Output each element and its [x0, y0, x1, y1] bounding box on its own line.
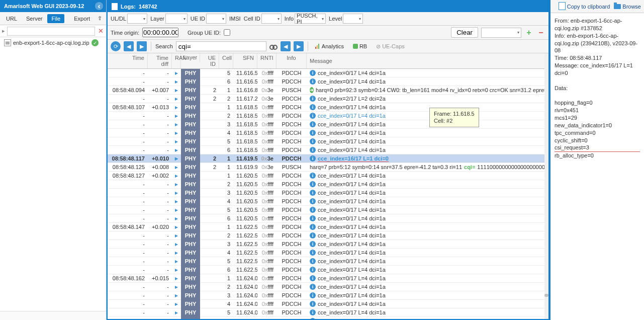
table-row[interactable]: --▸PHY411.618.50xffffPDCCHicce_index=0/1…	[108, 129, 548, 137]
col-info[interactable]: Info	[277, 53, 307, 68]
table-row[interactable]: --▸PHY211.620.50xffffPDCCHicce_index=0/1…	[108, 180, 548, 189]
info-icon: i	[310, 78, 316, 85]
search-toolbar: ⟳ ◀ ▶ Search ◀ ▶ Analytics RB ⊘UE-Caps	[108, 40, 548, 53]
col-cell[interactable]: Cell	[219, 53, 233, 68]
clear-button[interactable]: Clear	[451, 27, 478, 38]
filter-uldl-dd[interactable]	[127, 14, 147, 24]
binoculars-icon[interactable]	[269, 43, 278, 50]
info-icon: i	[310, 130, 316, 136]
col-diff[interactable]: Time diff	[148, 53, 172, 68]
table-row[interactable]: --▸PHY311.622.50xffffPDCCHicce_index=0/1…	[108, 240, 548, 249]
tab-url[interactable]: URL	[2, 14, 21, 23]
left-panel: Amarisoft Web GUI 2023-09-12 URL Server …	[0, 0, 107, 320]
dir-arrow-icon: ▸	[175, 129, 178, 136]
col-time[interactable]: Time	[108, 53, 148, 68]
table-row[interactable]: --▸PHY211.624.00xffffPDCCHicce_index=0/1…	[108, 283, 548, 291]
refresh-icon[interactable]: ⟳	[111, 41, 121, 51]
table-row[interactable]: 08:58:48.147+0.020▸PHY111.622.50xffffPDC…	[108, 223, 548, 231]
analytics-button[interactable]: Analytics	[312, 42, 347, 50]
table-row[interactable]: 08:58:48.127+0.002▸PHY111.620.50xffffPDC…	[108, 172, 548, 180]
col-rnti[interactable]: RNTI	[257, 53, 277, 68]
right-toolbar: Copy to clipboard Browse	[550, 0, 644, 13]
success-icon: ➜	[310, 87, 314, 93]
export-button[interactable]: Export	[70, 14, 94, 23]
filter-extra-dd[interactable]	[481, 28, 521, 38]
data-line: csi_request=3	[555, 144, 640, 152]
filter-level-dd[interactable]	[343, 14, 363, 24]
nav-next-icon[interactable]: ▶	[137, 41, 147, 51]
table-row[interactable]: 08:58:48.162+0.015▸PHY111.624.00xffffPDC…	[108, 274, 548, 283]
table-row[interactable]: --▸PHY511.618.50xffffPDCCHicce_index=0/1…	[108, 137, 548, 146]
add-filter-icon[interactable]: +	[524, 28, 533, 37]
table-row[interactable]: 08:58:48.125+0.008▸PHY2111.619.90x3ePUSC…	[108, 163, 548, 172]
info-icon: i	[310, 104, 316, 110]
file-tree-item[interactable]: enb-export-1-6cc-ap-cqi.log.zip ✓	[0, 37, 106, 48]
col-ueid[interactable]: UE ID	[200, 53, 219, 68]
search-input[interactable]	[176, 41, 266, 51]
filter-info-dd[interactable]: PUSCH, PI	[295, 14, 326, 24]
time-origin-input[interactable]	[142, 28, 178, 37]
rb-button[interactable]: RB	[350, 42, 370, 50]
vscroll-track[interactable]	[544, 53, 548, 319]
table-row[interactable]: --▸PHY411.624.00xffffPDCCHicce_index=0/1…	[108, 300, 548, 308]
logs-header: Logs: 148742	[108, 1, 548, 12]
dir-arrow-icon: ▸	[175, 146, 178, 153]
dir-arrow-icon: ▸	[175, 292, 178, 299]
search-prev-icon[interactable]: ◀	[281, 41, 291, 51]
info-icon: i	[310, 190, 316, 196]
dir-arrow-icon: ▸	[175, 138, 178, 145]
time-toolbar: Time origin: Group UE ID: Clear + −	[108, 26, 548, 40]
data-line: cyclic_shift=0	[555, 137, 640, 144]
left-toolbar: URL Server File Export ⇪	[0, 12, 106, 25]
table-row[interactable]: --▸PHY411.622.50xffffPDCCHicce_index=0/1…	[108, 249, 548, 257]
left-search-input[interactable]	[7, 27, 95, 36]
table-row[interactable]: 08:58:48.107+0.013▸PHY111.618.50xffffPDC…	[108, 103, 548, 112]
tab-server[interactable]: Server	[22, 14, 46, 23]
expand-icon[interactable]: ▸	[2, 28, 5, 34]
table-row[interactable]: 08:58:48.117+0.010▸PHY2111.619.50x3ePDCC…	[108, 154, 548, 163]
table-row[interactable]: --▸PHY611.616.50xffffPDCCHicce_index=0/1…	[108, 77, 548, 86]
vscroll-thumb[interactable]	[544, 294, 548, 297]
browse-button[interactable]: Browse	[614, 4, 641, 10]
table-row[interactable]: --▸PHY311.620.50xffffPDCCHicce_index=0/1…	[108, 189, 548, 197]
tooltip-line2: Cell: #2	[434, 117, 475, 124]
collapse-left-icon[interactable]	[95, 2, 103, 10]
table-row[interactable]: --▸PHY311.618.50xffffPDCCHicce_index=0/1…	[108, 120, 548, 129]
table-row[interactable]: --▸PHY2211.617.20x3ePDCCHicce_index=2/17…	[108, 95, 548, 103]
table-row[interactable]: --▸PHY511.624.00xffffPDCCHicce_index=0/1…	[108, 308, 548, 317]
table-row[interactable]: --▸PHY511.620.50xffffPDCCHicce_index=0/1…	[108, 206, 548, 214]
table-row[interactable]: --▸PHY211.622.50xffffPDCCHicce_index=0/1…	[108, 231, 548, 240]
col-msg[interactable]: Message	[307, 53, 548, 68]
info-icon: i	[310, 275, 316, 281]
table-row[interactable]: --▸PHY511.622.50xffffPDCCHicce_index=0/1…	[108, 257, 548, 266]
remove-filter-icon[interactable]: −	[536, 28, 545, 37]
table-row[interactable]: --▸PHY311.624.00xffffPDCCHicce_index=0/1…	[108, 291, 548, 300]
clear-search-icon[interactable]: ✕	[97, 27, 104, 35]
copy-button[interactable]: Copy to clipboard	[560, 3, 610, 10]
col-sfn[interactable]: SFN	[233, 53, 257, 68]
table-row[interactable]: --▸PHY611.618.50xffffPDCCHicce_index=0/1…	[108, 146, 548, 154]
upload-icon[interactable]: ⇪	[95, 14, 104, 23]
dir-arrow-icon: ▸	[175, 121, 178, 128]
dir-arrow-icon: ▸	[175, 69, 178, 76]
nav-prev-icon[interactable]: ◀	[124, 41, 134, 51]
info-icon: i	[310, 147, 316, 153]
dir-arrow-icon: ▸	[175, 164, 178, 171]
group-ueid-checkbox[interactable]	[224, 29, 230, 36]
table-row[interactable]: --▸PHY611.620.50xffffPDCCHicce_index=0/1…	[108, 214, 548, 223]
search-next-icon[interactable]: ▶	[294, 41, 304, 51]
tab-file[interactable]: File	[47, 14, 64, 23]
info-icon: i	[310, 267, 316, 273]
filter-cellid-dd[interactable]	[261, 14, 282, 24]
col-ran[interactable]: RAN	[172, 53, 181, 68]
table-row[interactable]: --▸PHY611.622.50xffffPDCCHicce_index=0/1…	[108, 266, 548, 274]
table-row[interactable]: --▸PHY211.618.50xffffPDCCHicce_index=0/1…	[108, 112, 548, 120]
filter-ueid-dd[interactable]	[206, 14, 226, 24]
filter-layer-dd[interactable]	[165, 14, 188, 24]
left-scrollbar[interactable]	[0, 311, 106, 320]
copy-icon	[560, 3, 566, 10]
table-row[interactable]: 08:58:48.094+0.007▸PHY2111.616.80x3ePUSC…	[108, 86, 548, 95]
table-row[interactable]: --▸PHY611.624.00xffffPDCCHicce_index=0/1…	[108, 317, 548, 319]
table-row[interactable]: --▸PHY511.616.50xffffPDCCHicce_index=0/1…	[108, 69, 548, 77]
table-row[interactable]: --▸PHY411.620.50xffffPDCCHicce_index=0/1…	[108, 197, 548, 206]
